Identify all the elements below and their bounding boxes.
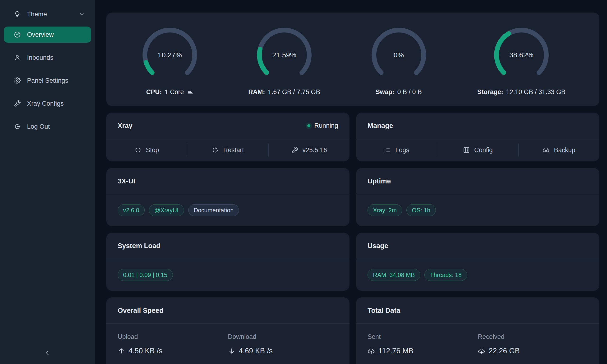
cloud-server-icon [542,146,550,154]
card-title: Uptime [368,177,391,185]
documentation-badge[interactable]: Documentation [188,204,239,216]
xray-uptime-badge: Xray: 2m [368,204,402,216]
storage-label: Storage: 12.10 GB / 31.33 GB [477,88,566,96]
upload-value: 4.50 KB /s [129,347,162,355]
sidebar-item-label: Panel Settings [27,77,68,84]
restart-button[interactable]: Restart [187,146,268,154]
storage-percent: 38.62% [492,25,551,85]
card-title: Manage [368,122,393,130]
logs-button[interactable]: Logs [356,146,437,154]
received-label: Received [478,333,588,340]
backup-label: Backup [554,146,575,154]
sidebar-item-panel-settings[interactable]: Panel Settings [4,73,91,89]
sidebar-item-xray-configs[interactable]: Xray Configs [4,95,91,112]
theme-label: Theme [27,11,73,18]
sliders-icon [463,146,470,154]
ram-label: RAM: 1.67 GB / 7.75 GB [248,88,320,96]
wrench-icon [14,100,21,107]
status-label: Running [314,122,338,130]
cloud-upload-icon [368,347,375,355]
usage-card: Usage RAM: 34.08 MB Threads: 18 [356,233,599,291]
sidebar-item-log-out[interactable]: Log Out [4,118,91,135]
total-data-card: Total Data Sent 112.76 MB Received [356,298,599,364]
card-title: 3X-UI [118,177,135,185]
sidebar-item-overview[interactable]: Overview [4,26,91,43]
chevron-left-icon [43,349,52,357]
cpu-percent: 10.27% [140,25,199,85]
sidebar-item-label: Log Out [27,123,50,130]
swap-percent: 0% [369,25,428,85]
received-stat: Received 22.26 GB [478,333,588,355]
card-title: Usage [368,242,388,250]
chevron-down-icon [79,11,85,17]
config-button[interactable]: Config [437,146,518,154]
card-title: Overall Speed [118,307,163,314]
sidebar-item-label: Inbounds [27,54,53,61]
download-label: Download [228,333,338,340]
cloud-download-icon [478,347,485,355]
sidebar-collapse-button[interactable] [0,349,95,357]
manage-card: Manage Logs Config [356,113,599,161]
ram-usage-badge: RAM: 34.08 MB [368,269,420,281]
restart-label: Restart [223,146,244,154]
user-icon [14,54,21,61]
restart-icon [212,146,219,154]
system-load-card: System Load 0.01 | 0.09 | 0.15 [106,233,349,291]
logout-icon [14,123,21,130]
arrow-down-icon [228,347,236,355]
card-title: System Load [118,242,160,250]
backup-button[interactable]: Backup [519,146,599,154]
card-title: Total Data [368,307,400,314]
swap-label: Swap: 0 B / 0 B [376,88,422,96]
xray-status: Running [307,122,338,130]
logs-label: Logs [395,146,409,154]
overall-speed-card: Overall Speed Upload 4.50 KB /s Download [106,298,349,364]
area-chart-icon[interactable] [187,89,194,95]
telegram-badge[interactable]: @XrayUI [149,204,184,216]
version-badge[interactable]: v2.6.0 [118,204,145,216]
main-content: 10.27% CPU: 1 Core 21.59% RAM: [95,0,607,364]
os-uptime-badge: OS: 1h [406,204,436,216]
download-stat: Download 4.69 KB /s [228,333,338,355]
sent-label: Sent [368,333,478,340]
upload-stat: Upload 4.50 KB /s [118,333,228,355]
sidebar-nav: Overview Inbounds Panel Settings Xray Co… [0,26,95,135]
download-value: 4.69 KB /s [239,347,273,355]
arrow-up-icon [118,347,125,355]
sidebar: Theme Overview Inbounds Panel Settings [0,0,95,364]
stop-button[interactable]: Stop [106,146,187,154]
sidebar-item-label: Overview [27,31,54,39]
upload-label: Upload [118,333,228,340]
version-label: v25.5.16 [303,146,327,154]
xui-card: 3X-UI v2.6.0 @XrayUI Documentation [106,168,349,226]
swap-gauge: 0% Swap: 0 B / 0 B [369,25,428,96]
list-icon [384,146,391,154]
threads-badge: Threads: 18 [424,269,467,281]
load-average-badge: 0.01 | 0.09 | 0.15 [118,269,173,281]
storage-gauge: 38.62% Storage: 12.10 GB / 31.33 GB [477,25,566,96]
ram-percent: 21.59% [255,25,314,85]
status-dot [307,124,310,127]
stop-label: Stop [146,146,159,154]
cpu-gauge: 10.27% CPU: 1 Core [140,25,199,96]
power-icon [134,146,142,154]
theme-selector[interactable]: Theme [4,7,91,22]
config-label: Config [474,146,493,154]
ram-gauge: 21.59% RAM: 1.67 GB / 7.75 GB [248,25,320,96]
xray-card: Xray Running Stop Res [106,113,349,161]
system-gauges-card: 10.27% CPU: 1 Core 21.59% RAM: [106,13,599,106]
gear-icon [14,77,21,84]
gauge-icon [14,31,21,38]
sent-value: 112.76 MB [378,347,413,355]
cpu-label: CPU: 1 Core [146,88,194,96]
uptime-card: Uptime Xray: 2m OS: 1h [356,168,599,226]
lightbulb-icon [14,11,21,18]
wrench-icon [291,146,298,154]
received-value: 22.26 GB [489,347,520,355]
xray-version-button[interactable]: v25.5.16 [269,146,349,154]
sidebar-item-inbounds[interactable]: Inbounds [4,50,91,66]
card-title: Xray [118,122,132,130]
sent-stat: Sent 112.76 MB [368,333,478,355]
sidebar-item-label: Xray Configs [27,100,64,107]
